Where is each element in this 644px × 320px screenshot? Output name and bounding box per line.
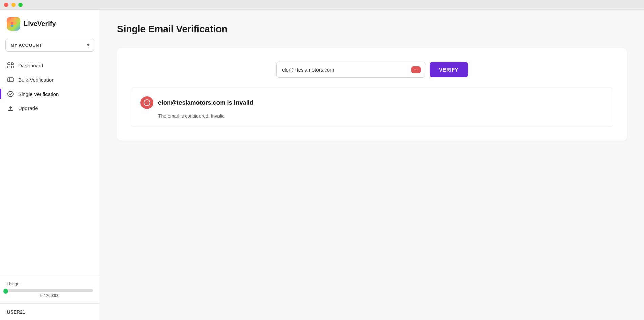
logo-icon (7, 17, 20, 31)
dots-icon: ··· (414, 68, 418, 72)
invalid-icon: ! (144, 99, 150, 106)
sidebar: LiveVerify MY ACCOUNT ▾ Dashboard (0, 10, 100, 320)
page-title: Single Email Verification (117, 24, 627, 35)
result-header: ! elon@teslamotors.com is invalid (140, 96, 604, 109)
svg-rect-1 (11, 22, 13, 25)
usage-count: 5 / 200000 (7, 293, 93, 298)
verify-button[interactable]: VERIFY (430, 62, 468, 77)
sidebar-nav: Dashboard Bulk Verification (0, 58, 100, 276)
verification-section: ··· VERIFY ! elon@teslamotors.com is inv… (117, 48, 627, 141)
sidebar-item-upgrade-label: Upgrade (18, 105, 38, 111)
sidebar-item-single-verification[interactable]: Single Verification (3, 87, 97, 101)
result-detail: The email is considered: Invalid (158, 113, 604, 119)
account-dropdown[interactable]: MY ACCOUNT ▾ (5, 39, 94, 52)
svg-rect-8 (11, 66, 13, 68)
sidebar-item-single-verification-label: Single Verification (18, 91, 59, 97)
result-card: ! elon@teslamotors.com is invalid The em… (131, 88, 613, 127)
email-input-row: ··· VERIFY (131, 62, 613, 78)
user-section: USER21 (0, 303, 100, 320)
minimize-button[interactable] (11, 3, 16, 7)
svg-point-12 (8, 91, 13, 97)
svg-rect-5 (8, 63, 10, 65)
chevron-down-icon: ▾ (87, 42, 89, 48)
svg-rect-9 (8, 78, 13, 82)
svg-rect-2 (14, 22, 17, 25)
email-input-wrapper: ··· (276, 62, 425, 78)
sidebar-item-dashboard[interactable]: Dashboard (3, 58, 97, 73)
svg-rect-6 (11, 63, 13, 65)
svg-rect-7 (8, 66, 10, 68)
email-input-icon[interactable]: ··· (411, 66, 421, 73)
email-input[interactable] (276, 62, 425, 78)
result-status-icon: ! (140, 96, 153, 109)
usage-section: Usage 5 / 200000 (0, 276, 100, 303)
single-verification-icon (7, 90, 14, 98)
usage-bar-fill (7, 289, 7, 292)
app-container: LiveVerify MY ACCOUNT ▾ Dashboard (0, 10, 644, 320)
titlebar (0, 0, 644, 10)
sidebar-item-dashboard-label: Dashboard (18, 63, 43, 68)
svg-rect-3 (11, 25, 13, 27)
svg-rect-4 (14, 25, 17, 27)
result-title: elon@teslamotors.com is invalid (158, 99, 253, 106)
logo-area: LiveVerify (0, 10, 100, 39)
close-button[interactable] (4, 3, 8, 7)
main-content: Single Email Verification ··· VERIFY ! (100, 10, 644, 320)
username: USER21 (7, 309, 25, 315)
maximize-button[interactable] (18, 3, 23, 7)
logo-svg (9, 19, 18, 28)
sidebar-item-bulk-verification-label: Bulk Verification (18, 77, 55, 83)
bulk-verification-icon (7, 76, 14, 83)
sidebar-item-bulk-verification[interactable]: Bulk Verification (3, 73, 97, 87)
usage-bar-container (7, 289, 93, 292)
logo-text: LiveVerify (24, 20, 56, 28)
usage-label: Usage (7, 281, 93, 286)
sidebar-item-upgrade[interactable]: Upgrade (3, 101, 97, 115)
upgrade-icon (7, 104, 14, 112)
dashboard-icon (7, 62, 14, 69)
account-dropdown-label: MY ACCOUNT (11, 43, 42, 48)
